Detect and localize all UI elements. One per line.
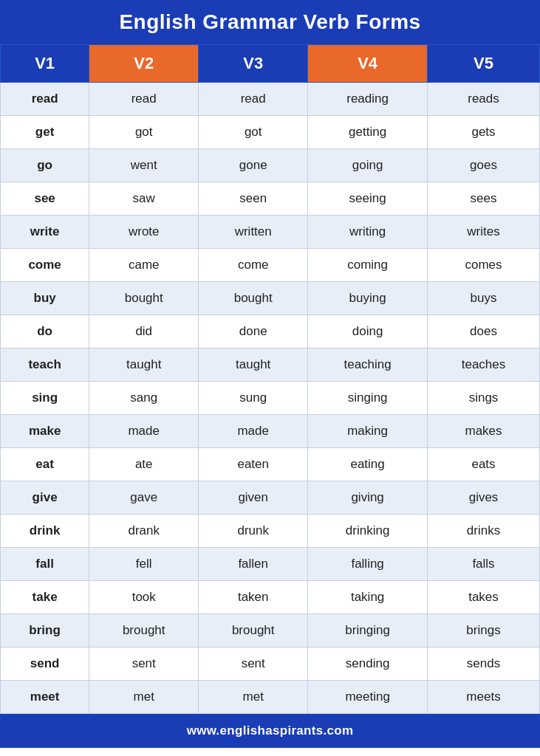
cell-v4: reading (308, 83, 428, 116)
cell-v2: got (89, 116, 199, 149)
cell-v5: drinks (428, 515, 540, 548)
cell-v3: come (199, 249, 308, 282)
cell-v5: takes (428, 581, 540, 614)
cell-v4: buying (308, 282, 428, 315)
cell-v2: brought (89, 614, 199, 647)
cell-v3: gone (199, 149, 308, 182)
cell-v1: fall (1, 548, 89, 581)
cell-v2: bought (89, 282, 199, 315)
table-row: readreadreadreadingreads (1, 83, 540, 116)
verb-forms-table: V1 V2 V3 V4 V5 readreadreadreadingreadsg… (0, 44, 540, 714)
cell-v5: falls (428, 548, 540, 581)
cell-v4: drinking (308, 515, 428, 548)
header-v2: V2 (89, 45, 199, 83)
cell-v4: eating (308, 448, 428, 481)
table-row: singsangsungsingingsings (1, 382, 540, 415)
cell-v2: sang (89, 382, 199, 415)
cell-v2: took (89, 581, 199, 614)
cell-v3: read (199, 83, 308, 116)
cell-v3: brought (199, 614, 308, 647)
table-row: writewrotewrittenwritingwrites (1, 216, 540, 249)
table-row: gowentgonegoinggoes (1, 149, 540, 182)
cell-v1: give (1, 481, 89, 515)
table-row: teachtaughttaughtteachingteaches (1, 348, 540, 382)
page-title: English Grammar Verb Forms (0, 0, 540, 44)
cell-v4: falling (308, 548, 428, 581)
cell-v5: gets (428, 116, 540, 149)
cell-v4: meeting (308, 681, 428, 714)
cell-v5: sees (428, 182, 540, 216)
table-row: drinkdrankdrunkdrinkingdrinks (1, 515, 540, 548)
cell-v3: taken (199, 581, 308, 614)
page-wrapper: English Grammar Verb Forms V1 V2 V3 V4 V… (0, 0, 540, 748)
cell-v1: send (1, 647, 89, 681)
cell-v5: gives (428, 481, 540, 515)
cell-v4: doing (308, 315, 428, 348)
table-header-row: V1 V2 V3 V4 V5 (1, 45, 540, 83)
cell-v1: see (1, 182, 89, 216)
cell-v5: brings (428, 614, 540, 647)
cell-v1: read (1, 83, 89, 116)
cell-v3: written (199, 216, 308, 249)
cell-v1: teach (1, 348, 89, 382)
cell-v5: makes (428, 415, 540, 448)
cell-v3: taught (199, 348, 308, 382)
cell-v2: fell (89, 548, 199, 581)
cell-v1: get (1, 116, 89, 149)
cell-v2: came (89, 249, 199, 282)
table-row: taketooktakentakingtakes (1, 581, 540, 614)
cell-v2: ate (89, 448, 199, 481)
table-row: buyboughtboughtbuyingbuys (1, 282, 540, 315)
cell-v1: eat (1, 448, 89, 481)
cell-v5: teaches (428, 348, 540, 382)
cell-v4: making (308, 415, 428, 448)
cell-v2: saw (89, 182, 199, 216)
table-row: seesawseenseeingsees (1, 182, 540, 216)
cell-v3: met (199, 681, 308, 714)
cell-v4: getting (308, 116, 428, 149)
table-row: meetmetmetmeetingmeets (1, 681, 540, 714)
cell-v2: wrote (89, 216, 199, 249)
cell-v5: sings (428, 382, 540, 415)
cell-v2: read (89, 83, 199, 116)
cell-v3: got (199, 116, 308, 149)
cell-v5: meets (428, 681, 540, 714)
cell-v1: buy (1, 282, 89, 315)
cell-v5: does (428, 315, 540, 348)
footer-url: www.englishaspirants.com (0, 714, 540, 748)
cell-v3: made (199, 415, 308, 448)
table-row: dodiddonedoingdoes (1, 315, 540, 348)
cell-v3: seen (199, 182, 308, 216)
cell-v4: seeing (308, 182, 428, 216)
cell-v1: drink (1, 515, 89, 548)
cell-v2: gave (89, 481, 199, 515)
cell-v4: giving (308, 481, 428, 515)
table-row: fallfellfallenfallingfalls (1, 548, 540, 581)
cell-v1: meet (1, 681, 89, 714)
table-row: comecamecomecomingcomes (1, 249, 540, 282)
table-row: getgotgotgettinggets (1, 116, 540, 149)
cell-v5: comes (428, 249, 540, 282)
cell-v4: coming (308, 249, 428, 282)
cell-v3: done (199, 315, 308, 348)
cell-v3: sung (199, 382, 308, 415)
cell-v4: singing (308, 382, 428, 415)
table-row: makemademademakingmakes (1, 415, 540, 448)
cell-v1: come (1, 249, 89, 282)
cell-v2: met (89, 681, 199, 714)
cell-v1: make (1, 415, 89, 448)
table-row: sendsentsentsendingsends (1, 647, 540, 681)
cell-v2: went (89, 149, 199, 182)
cell-v5: goes (428, 149, 540, 182)
cell-v1: take (1, 581, 89, 614)
table-row: bringbroughtbroughtbringingbrings (1, 614, 540, 647)
cell-v5: eats (428, 448, 540, 481)
cell-v1: write (1, 216, 89, 249)
cell-v5: writes (428, 216, 540, 249)
header-v4: V4 (308, 45, 428, 83)
cell-v3: fallen (199, 548, 308, 581)
cell-v1: do (1, 315, 89, 348)
cell-v4: going (308, 149, 428, 182)
table-row: givegavegivengivinggives (1, 481, 540, 515)
cell-v4: taking (308, 581, 428, 614)
